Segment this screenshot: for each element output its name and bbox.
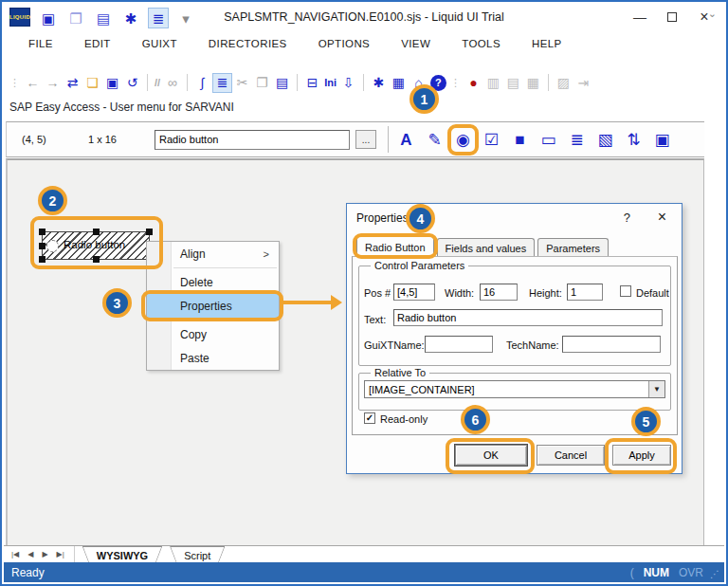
selection-handle[interactable] <box>93 229 100 235</box>
pos-field[interactable] <box>393 284 435 301</box>
window-preview-icon[interactable]: ▥ <box>483 73 503 93</box>
selected-radio-element[interactable]: Radio button <box>42 231 150 260</box>
text-field[interactable] <box>393 309 663 326</box>
dialog-close-button[interactable]: × <box>658 209 666 226</box>
ftp-icon[interactable]: ⇅ <box>624 130 644 150</box>
menu-item-guixt[interactable]: GUIXT <box>142 34 177 53</box>
dropdown-arrow-icon[interactable]: ▼ <box>648 381 664 397</box>
tab-scroll-button[interactable]: ▶| <box>57 550 64 559</box>
menu-item-options[interactable]: OPTIONS <box>318 34 371 53</box>
selection-handle[interactable] <box>39 229 46 235</box>
forward-icon[interactable]: → <box>43 73 63 93</box>
status-message: Ready <box>11 566 45 579</box>
context-menu-item-paste[interactable]: Paste <box>147 346 279 370</box>
menu-item-tools[interactable]: TOOLS <box>462 34 500 53</box>
toolbar-separator <box>297 74 298 91</box>
cancel-button[interactable]: Cancel <box>537 445 605 466</box>
selection-handle[interactable] <box>146 229 153 235</box>
exit-icon[interactable]: ⇥ <box>573 73 593 93</box>
dialog-tab-radio-button[interactable]: Radio Button <box>356 236 434 257</box>
transfer-down-icon[interactable]: ⇩ <box>338 73 358 93</box>
tab-scroll-button[interactable]: |◀ <box>11 550 19 559</box>
settings-gear-icon[interactable]: ✱ <box>120 8 141 28</box>
image-icon[interactable]: ▧ <box>595 130 615 150</box>
view-tab-wysiwyg[interactable]: WYSIWYG <box>82 546 162 563</box>
dialog-help-button[interactable]: ? <box>624 211 630 225</box>
radiobutton-icon[interactable]: ◉ <box>453 130 473 150</box>
flow-arrow <box>282 301 332 304</box>
apply-button[interactable]: Apply <box>612 445 671 466</box>
tab-scroll-buttons: |◀◀▶▶| <box>4 546 75 562</box>
applet-icon[interactable]: ▣ <box>652 130 672 150</box>
checkbox-icon[interactable]: ☑ <box>482 130 501 150</box>
ok-button[interactable]: OK <box>455 445 527 466</box>
dialog-tab-parameters[interactable]: Parameters <box>537 238 609 257</box>
copy-icon[interactable]: ❐ <box>65 8 86 28</box>
context-menu-item-align[interactable]: Align> <box>147 242 279 266</box>
ini-icon[interactable]: Ini <box>322 73 338 93</box>
cursor-position: (4, 5) <box>22 134 88 145</box>
script-window-icon[interactable]: ▦ <box>389 73 409 93</box>
minimize-button[interactable]: — <box>624 5 656 29</box>
copy-icon[interactable]: ❐ <box>252 73 272 93</box>
paste-icon[interactable]: ▤ <box>272 73 292 93</box>
print-icon[interactable]: ⊟ <box>302 73 322 93</box>
menu-item-directories[interactable]: DIRECTORIES <box>209 34 287 53</box>
more-button[interactable]: ... <box>355 130 376 149</box>
relative-to-dropdown[interactable]: [IMAGE_CONTAINER] ▼ <box>364 380 665 398</box>
context-menu-item-properties[interactable]: Properties <box>147 294 279 318</box>
dialog-tab-fields-and-values[interactable]: Fields and values <box>437 238 536 257</box>
resize-grip[interactable]: ⋰ <box>710 569 720 579</box>
undo-icon[interactable]: ↺ <box>122 73 142 93</box>
guixtname-field[interactable] <box>425 336 493 353</box>
tab-scroll-button[interactable]: ◀ <box>27 550 33 559</box>
record-icon[interactable]: ● <box>464 73 483 93</box>
save-icon[interactable]: ▣ <box>38 8 59 28</box>
view-tab-script[interactable]: Script <box>170 546 225 563</box>
selection-handle[interactable] <box>39 243 46 249</box>
context-menu-separator <box>173 267 277 268</box>
element-text-input[interactable] <box>155 130 350 150</box>
context-menu-item-copy[interactable]: Copy <box>147 322 279 346</box>
compare-icon[interactable]: ▨ <box>554 73 573 93</box>
wrench-icon[interactable]: ∫ <box>192 73 212 93</box>
default-checkbox[interactable] <box>620 285 631 297</box>
back-icon[interactable]: ← <box>23 73 43 93</box>
menu-item-file[interactable]: FILE <box>28 34 53 53</box>
properties-dialog: Properties ? × Radio ButtonFields and va… <box>346 203 682 474</box>
screen-structure-icon[interactable]: ≣ <box>212 73 232 93</box>
refresh-icon[interactable]: ⇄ <box>63 73 82 93</box>
menu-item-edit[interactable]: EDIT <box>84 34 111 53</box>
width-field[interactable] <box>480 284 518 301</box>
save-icon[interactable]: ▣ <box>102 73 122 93</box>
comment-icon[interactable]: // <box>153 73 162 93</box>
inputfield-icon[interactable]: ≣ <box>567 130 587 150</box>
width-label: Width: <box>445 287 474 299</box>
readonly-checkbox[interactable] <box>364 412 375 424</box>
tab-scroll-button[interactable]: ▶ <box>42 550 47 559</box>
techname-field[interactable] <box>562 336 661 353</box>
paste-icon[interactable]: ▤ <box>93 8 114 28</box>
pencil-icon[interactable]: ✎ <box>425 130 445 150</box>
menu-bar: FILEEDITGUIXTDIRECTORIESOPTIONSVIEWTOOLS… <box>4 30 724 57</box>
open-file-icon[interactable]: ❏ <box>82 73 102 93</box>
context-menu-item-delete[interactable]: Delete <box>147 270 279 294</box>
pushbutton-icon[interactable]: ■ <box>510 130 530 150</box>
menu-item-view[interactable]: VIEW <box>401 34 430 53</box>
window-run-icon[interactable]: ▦ <box>523 73 543 93</box>
height-field[interactable] <box>567 284 603 301</box>
cut-icon[interactable]: ✂ <box>232 73 252 93</box>
guixtname-label: GuiXTName: <box>364 339 425 351</box>
box-icon[interactable]: ▭ <box>538 130 558 150</box>
window-edit-icon[interactable]: ▤ <box>503 73 523 93</box>
settings-gear-icon[interactable]: ✱ <box>369 73 389 93</box>
default-label: Default <box>636 287 669 299</box>
maximize-button[interactable] <box>656 5 688 29</box>
selection-handle[interactable] <box>39 256 46 263</box>
selection-handle[interactable] <box>93 256 100 263</box>
dialog-tab-label: Parameters <box>546 243 600 254</box>
text-icon[interactable]: A <box>396 130 416 150</box>
find-icon[interactable]: ∞ <box>162 73 182 93</box>
menu-item-help[interactable]: HELP <box>532 34 562 53</box>
menu-overflow-icon[interactable]: ⌄ <box>708 8 717 20</box>
